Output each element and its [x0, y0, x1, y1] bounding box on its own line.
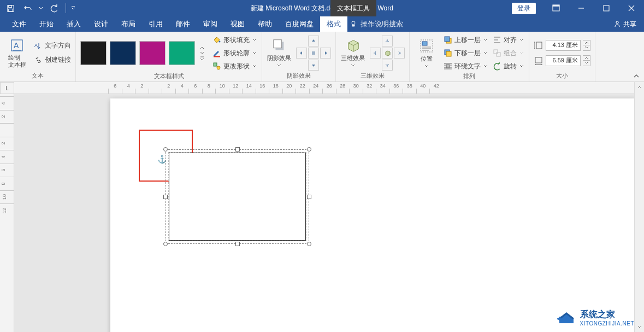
shape-outline-button[interactable]: 形状轮廓 [212, 47, 257, 59]
gallery-up-icon[interactable] [199, 45, 205, 50]
gallery-down-icon[interactable] [199, 51, 205, 55]
style-swatch-2[interactable] [139, 41, 166, 65]
nudge-left-icon[interactable] [296, 48, 307, 59]
style-swatch-1[interactable] [110, 41, 136, 65]
tab-baidu[interactable]: 百度网盘 [279, 16, 320, 32]
handle-sw[interactable] [163, 242, 168, 246]
tab-format[interactable]: 格式 [320, 16, 347, 32]
wrap-text-button[interactable]: 环绕文字 [444, 60, 488, 72]
align-button[interactable]: 对齐 [493, 34, 524, 46]
vertical-ruler[interactable]: 4224681012 [0, 94, 14, 332]
position-button[interactable]: 位置 [414, 38, 439, 68]
tilt-left-icon[interactable] [370, 48, 381, 59]
style-swatch-0[interactable] [80, 41, 107, 65]
tilt-up-icon[interactable] [382, 36, 393, 46]
chevron-down-icon[interactable] [276, 63, 282, 68]
handle-w[interactable] [163, 195, 168, 199]
width-input[interactable]: 6.59 厘米 [546, 55, 581, 66]
spin-down-icon[interactable] [583, 45, 590, 50]
svg-rect-4 [553, 5, 559, 6]
wrap-text-label: 环绕文字 [454, 62, 481, 71]
nudge-up-icon[interactable] [308, 36, 319, 46]
h-ruler-tick: 12 [229, 89, 243, 94]
textbox-body[interactable] [169, 153, 306, 241]
tab-references[interactable]: 引用 [142, 16, 169, 32]
tab-mailings[interactable]: 邮件 [169, 16, 197, 32]
spin-up-icon[interactable] [583, 40, 590, 46]
width-spinner[interactable] [583, 55, 590, 66]
height-input[interactable]: 4.13 厘米 [546, 40, 581, 51]
draw-textbox-button[interactable]: A 绘制 文本框 [4, 38, 29, 67]
handle-s[interactable] [235, 242, 240, 246]
height-spinner[interactable] [583, 40, 590, 51]
vertical-scrollbar[interactable] [634, 82, 644, 332]
tab-file[interactable]: 文件 [5, 16, 33, 32]
tab-layout[interactable]: 布局 [115, 16, 142, 32]
shape-fill-button[interactable]: 形状填充 [212, 34, 257, 46]
tab-design[interactable]: 设计 [87, 16, 115, 32]
gallery-more-icon[interactable] [199, 56, 205, 61]
redo-icon[interactable] [47, 1, 61, 15]
ribbon-options-icon[interactable] [543, 0, 569, 16]
nudge-down-icon[interactable] [308, 60, 319, 71]
chevron-down-icon[interactable] [483, 51, 488, 55]
shadow-effect-button[interactable]: 阴影效果 [267, 38, 292, 68]
handle-nw[interactable] [163, 147, 168, 152]
threeD-button[interactable]: 三维效果 [340, 38, 365, 68]
h-ruler-tick: 34 [376, 89, 389, 94]
chevron-down-icon[interactable] [424, 64, 429, 68]
h-ruler-tick: 32 [363, 89, 376, 94]
chevron-down-icon[interactable] [252, 64, 257, 68]
handle-n[interactable] [235, 147, 240, 152]
tilt-center-icon[interactable] [382, 48, 393, 59]
ruler-corner[interactable]: L [0, 82, 14, 94]
spin-up-icon[interactable] [583, 56, 590, 61]
change-shape-button[interactable]: 更改形状 [212, 60, 257, 72]
tilt-right-icon[interactable] [394, 48, 405, 59]
horizontal-ruler[interactable]: 6422468101214161820222426283032343638404… [14, 82, 634, 94]
login-button[interactable]: 登录 [512, 3, 536, 14]
qat-customize-icon[interactable] [70, 6, 76, 10]
chevron-down-icon[interactable] [519, 64, 524, 68]
chevron-down-icon[interactable] [519, 38, 524, 42]
group-button[interactable]: 组合 [493, 47, 524, 59]
tab-help[interactable]: 帮助 [251, 16, 279, 32]
chevron-down-icon[interactable] [483, 38, 488, 42]
handle-e[interactable] [307, 195, 311, 199]
page[interactable]: ⚓ [110, 98, 635, 332]
spin-down-icon[interactable] [583, 61, 590, 66]
chevron-down-icon[interactable] [252, 38, 257, 42]
text-direction-button[interactable]: A 文字方向 [34, 40, 71, 52]
bring-forward-button[interactable]: 上移一层 [444, 34, 488, 46]
group-3d: 三维效果 三维效果 [336, 32, 410, 81]
tab-review[interactable]: 审阅 [197, 16, 224, 32]
handle-ne[interactable] [307, 147, 311, 152]
nudge-right-icon[interactable] [320, 48, 331, 59]
send-backward-button[interactable]: 下移一层 [444, 47, 488, 59]
v-ruler-tick: 2 [0, 137, 14, 150]
nudge-center-icon[interactable] [308, 48, 319, 59]
undo-icon[interactable] [21, 1, 35, 15]
scroll-up-icon[interactable] [635, 82, 644, 92]
share-button[interactable]: 共享 [613, 16, 636, 32]
tab-home[interactable]: 开始 [33, 16, 60, 32]
chevron-down-icon[interactable] [252, 51, 257, 55]
close-icon[interactable] [619, 0, 644, 16]
save-icon[interactable] [3, 1, 17, 15]
collapse-ribbon-icon[interactable] [629, 32, 644, 81]
handle-se[interactable] [307, 242, 311, 246]
rotate-button[interactable]: 旋转 [493, 60, 524, 72]
undo-dropdown-icon[interactable] [38, 6, 44, 10]
selected-textbox[interactable] [166, 149, 309, 244]
create-link-button[interactable]: 创建链接 [34, 54, 71, 66]
style-swatch-3[interactable] [169, 41, 195, 65]
tell-me[interactable]: 操作说明搜索 [350, 16, 403, 32]
minimize-icon[interactable] [569, 0, 594, 16]
scroll-down-icon[interactable] [635, 322, 644, 332]
tilt-down-icon[interactable] [382, 60, 393, 71]
tab-view[interactable]: 视图 [224, 16, 251, 32]
tab-insert[interactable]: 插入 [60, 16, 87, 32]
chevron-down-icon[interactable] [483, 64, 488, 68]
maximize-icon[interactable] [594, 0, 619, 16]
chevron-down-icon[interactable] [350, 63, 356, 68]
